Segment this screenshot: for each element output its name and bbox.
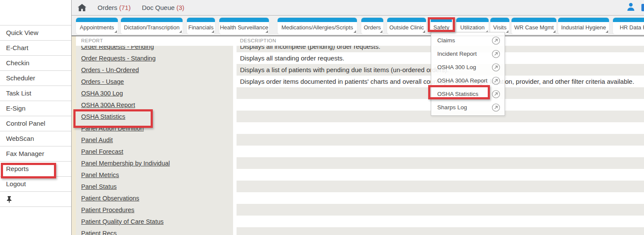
menu-item-incident-report[interactable]: Incident Report xyxy=(431,47,505,60)
top-bar: Orders (71) Doc Queue (3) xyxy=(72,0,644,16)
report-link-osha-300-log[interactable]: OSHA 300 Log xyxy=(81,90,123,97)
report-link-panel-action-definition[interactable]: Panel Action Definition xyxy=(81,125,144,132)
open-in-new-icon[interactable] xyxy=(492,36,500,45)
report-link-osha-statistics[interactable]: OSHA Statistics xyxy=(81,113,125,120)
report-cell: Patient Recs xyxy=(76,227,233,235)
sidebar-item-checkin[interactable]: Checkin xyxy=(0,56,71,71)
tab-orders[interactable]: Orders xyxy=(361,18,383,34)
sidebar-item-reports[interactable]: Reports xyxy=(0,162,71,177)
orders-label: Orders xyxy=(98,4,117,11)
table-row: Panel Metrics xyxy=(76,169,644,181)
report-link-osha-300a-report[interactable]: OSHA 300A Report xyxy=(81,102,135,108)
table-row: OSHA 300A Report xyxy=(76,99,644,111)
pushpin-icon xyxy=(6,197,13,204)
tab-appointments[interactable]: Appointments xyxy=(76,18,118,34)
open-in-new-icon[interactable] xyxy=(492,103,500,112)
orders-count: (71) xyxy=(119,4,131,11)
report-cell: Panel Action Definition xyxy=(76,122,233,134)
report-cell: Patient Observations xyxy=(76,192,233,204)
tab-accent-strip xyxy=(613,18,644,22)
menu-item-osha-statistics[interactable]: OSHA Statistics xyxy=(431,87,505,101)
tab-outside-clinic[interactable]: Outside Clinic xyxy=(387,18,426,34)
report-link-panel-forecast[interactable]: Panel Forecast xyxy=(81,148,123,155)
report-link-patient-procedures[interactable]: Patient Procedures xyxy=(81,206,134,213)
menu-item-label: OSHA Statistics xyxy=(437,91,478,97)
report-cell: Order Requests - Standing xyxy=(76,52,233,64)
sidebar-item-webscan[interactable]: WebScan xyxy=(0,131,71,146)
open-in-new-icon[interactable] xyxy=(492,63,500,72)
menu-item-osha-300a-report[interactable]: OSHA 300A Report xyxy=(431,74,505,87)
table-row: Patient Procedures xyxy=(76,204,644,216)
open-in-new-icon[interactable] xyxy=(492,50,500,58)
report-link-patient-observations[interactable]: Patient Observations xyxy=(81,195,139,202)
menu-item-claims[interactable]: Claims xyxy=(431,34,505,47)
tab-financials[interactable]: Financials xyxy=(187,18,215,34)
report-cell: Panel Forecast xyxy=(76,146,233,157)
menu-item-osha-300-log[interactable]: OSHA 300 Log xyxy=(431,60,505,74)
tab-dictation-transcription[interactable]: Dictation/Transcription xyxy=(121,18,183,34)
tab-hr-data-fe[interactable]: HR Data Fe xyxy=(613,18,644,34)
column-header-report: REPORT xyxy=(81,38,103,43)
menu-item-label: Claims xyxy=(437,37,455,44)
sidebar-item-control-panel[interactable]: Control Panel xyxy=(0,116,71,131)
orders-queue-link[interactable]: Orders (71) xyxy=(98,4,131,11)
report-link-panel-membership-by-individual[interactable]: Panel Membership by Individual xyxy=(81,160,170,167)
home-icon[interactable] xyxy=(78,4,86,11)
tab-accent-strip xyxy=(219,18,269,22)
table-row: Patient Observations xyxy=(76,192,644,204)
tab-industrial-hygiene[interactable]: Industrial Hygiene xyxy=(558,18,609,34)
report-link-patient-quality-of-care-status[interactable]: Patient Quality of Care Status xyxy=(81,218,164,225)
report-cell: Patient Quality of Care Status xyxy=(76,216,233,227)
report-link-orders-usage[interactable]: Orders - Usage xyxy=(81,78,124,85)
table-row: Panel Audit xyxy=(76,134,644,146)
doc-queue-link[interactable]: Doc Queue (3) xyxy=(142,4,184,11)
tab-label: Financials xyxy=(187,22,215,33)
column-gutter xyxy=(233,169,237,181)
report-cell: Panel Audit xyxy=(76,134,233,146)
report-link-panel-metrics[interactable]: Panel Metrics xyxy=(81,171,119,178)
tab-label: Industrial Hygiene xyxy=(558,22,609,33)
tab-accent-strip xyxy=(187,18,215,22)
tab-label: Dictation/Transcription xyxy=(121,22,183,33)
report-rows: Order Requests - PendingDisplays all inc… xyxy=(76,41,644,235)
tab-accent-strip xyxy=(456,18,489,22)
user-area xyxy=(626,2,644,13)
module-tab-bar: AppointmentsDictation/TranscriptionFinan… xyxy=(72,16,644,36)
tab-health-surveillance[interactable]: Health Surveillance xyxy=(219,18,269,34)
tab-accent-strip xyxy=(431,18,452,22)
sidebar: Quick ViewE-ChartCheckinSchedulerTask Li… xyxy=(0,0,72,235)
column-gutter xyxy=(233,216,237,227)
panel-left-strip xyxy=(72,36,76,235)
column-gutter xyxy=(233,64,237,76)
report-description xyxy=(237,227,644,235)
sidebar-item-logout[interactable]: Logout xyxy=(0,177,71,192)
report-link-panel-status[interactable]: Panel Status xyxy=(81,183,117,190)
tab-wr-case-mgmt[interactable]: WR Case Mgmt xyxy=(511,18,556,34)
sidebar-item-e-chart[interactable]: E-Chart xyxy=(0,41,71,56)
open-in-new-icon[interactable] xyxy=(492,76,500,85)
report-cell: OSHA 300 Log xyxy=(76,87,233,99)
report-link-order-requests-standing[interactable]: Order Requests - Standing xyxy=(81,55,155,62)
sidebar-item-task-list[interactable]: Task List xyxy=(0,86,71,101)
sidebar-item-fax-manager[interactable]: Fax Manager xyxy=(0,146,71,162)
column-gutter xyxy=(233,87,237,99)
sidebar-item-e-sign[interactable]: E-Sign xyxy=(0,101,71,116)
report-link-orders-un-ordered[interactable]: Orders - Un-Ordered xyxy=(81,67,139,73)
sidebar-item-scheduler[interactable]: Scheduler xyxy=(0,71,71,86)
user-icon[interactable] xyxy=(626,2,635,13)
report-link-panel-audit[interactable]: Panel Audit xyxy=(81,137,113,143)
report-cell: OSHA 300A Report xyxy=(76,99,233,111)
user-name-cutoff xyxy=(641,4,644,11)
report-description xyxy=(237,169,644,181)
report-cell: Orders - Usage xyxy=(76,76,233,87)
report-link-patient-recs[interactable]: Patient Recs xyxy=(81,230,117,235)
sidebar-item-quick-view[interactable]: Quick View xyxy=(0,25,71,41)
menu-item-sharps-log[interactable]: Sharps Log xyxy=(431,101,505,114)
table-row: Patient Recs xyxy=(76,227,644,235)
tab-label: WR Case Mgmt xyxy=(511,22,556,33)
report-cell: Patient Procedures xyxy=(76,204,233,216)
sidebar-pin-item[interactable] xyxy=(0,192,71,207)
open-in-new-icon[interactable] xyxy=(492,90,500,98)
tab-medications-allergies-scripts[interactable]: Medications/Allergies/Scripts xyxy=(278,18,357,34)
tab-dropdown-caret-icon xyxy=(553,30,556,33)
